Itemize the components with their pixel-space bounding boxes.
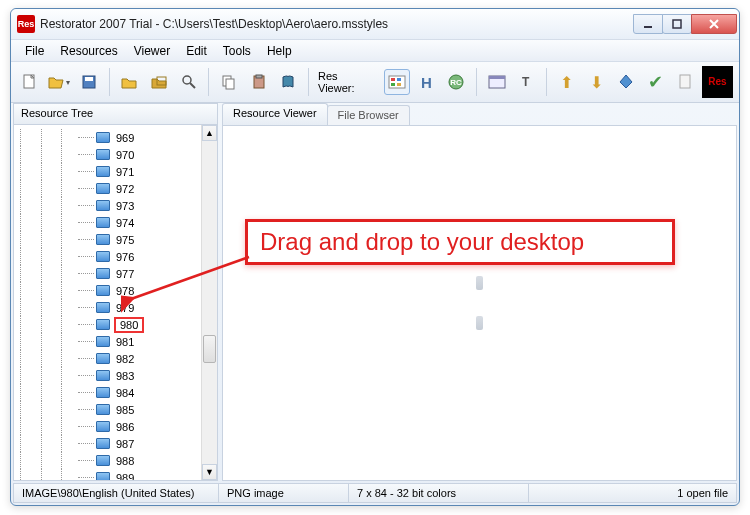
text-button[interactable]: T — [513, 69, 539, 95]
resource-icon — [96, 302, 110, 313]
book-button[interactable] — [275, 69, 301, 95]
tree-node-976[interactable]: 976 — [20, 248, 201, 265]
menu-file[interactable]: File — [17, 42, 52, 60]
rc-icon: RC — [447, 73, 465, 91]
tree-node-label: 970 — [114, 149, 136, 161]
menu-edit[interactable]: Edit — [178, 42, 215, 60]
document-icon — [678, 74, 692, 90]
tree-twig — [78, 452, 96, 469]
close-button[interactable] — [691, 14, 737, 34]
dialog-button[interactable] — [484, 69, 510, 95]
resource-viewer[interactable] — [222, 125, 737, 481]
tree-node-979[interactable]: 979 — [20, 299, 201, 316]
down-button[interactable]: ⬇ — [583, 69, 609, 95]
view-rc-button[interactable]: RC — [443, 69, 469, 95]
scroll-down-button[interactable]: ▼ — [202, 464, 217, 480]
new-button[interactable] — [17, 69, 43, 95]
tree-node-974[interactable]: 974 — [20, 214, 201, 231]
maximize-button[interactable] — [662, 14, 692, 34]
tree-lines — [20, 129, 78, 146]
tree-node-label: 982 — [114, 353, 136, 365]
tree-node-983[interactable]: 983 — [20, 367, 201, 384]
tree-node-980[interactable]: 980 — [20, 316, 201, 333]
resource-icon — [96, 183, 110, 194]
check-button[interactable]: ✔ — [643, 69, 669, 95]
resource-icon — [96, 166, 110, 177]
menubar: File Resources Viewer Edit Tools Help — [11, 39, 739, 61]
svg-text:T: T — [522, 75, 530, 89]
scroll-track[interactable] — [202, 141, 217, 464]
resource-tree-panel: Resource Tree 96997097197297397497597697… — [13, 103, 218, 481]
menu-resources[interactable]: Resources — [52, 42, 125, 60]
svg-rect-0 — [644, 26, 652, 28]
tree-node-977[interactable]: 977 — [20, 265, 201, 282]
tree-node-972[interactable]: 972 — [20, 180, 201, 197]
find-button[interactable] — [176, 69, 202, 95]
menu-viewer[interactable]: Viewer — [126, 42, 178, 60]
folder-button[interactable] — [117, 69, 143, 95]
tree-lines — [20, 367, 78, 384]
view-default-button[interactable] — [384, 69, 410, 95]
tree-node-987[interactable]: 987 — [20, 435, 201, 452]
tree-node-label: 974 — [114, 217, 136, 229]
text-icon: T — [518, 74, 534, 90]
menu-tools[interactable]: Tools — [215, 42, 259, 60]
resource-icon — [96, 319, 110, 330]
save-button[interactable] — [76, 69, 102, 95]
titlebar[interactable]: Res Restorator 2007 Trial - C:\Users\Tes… — [11, 9, 739, 39]
tree-node-986[interactable]: 986 — [20, 418, 201, 435]
status-type: PNG image — [219, 484, 349, 502]
app-window: Res Restorator 2007 Trial - C:\Users\Tes… — [10, 8, 740, 506]
tree-node-978[interactable]: 978 — [20, 282, 201, 299]
clipboard-icon — [251, 74, 267, 90]
tree-node-label: 979 — [114, 302, 136, 314]
open-button[interactable] — [47, 69, 73, 95]
scroll-thumb[interactable] — [203, 335, 216, 363]
view-hex-button[interactable]: H — [414, 69, 440, 95]
tree-node-969[interactable]: 969 — [20, 129, 201, 146]
paste-button[interactable] — [246, 69, 272, 95]
tree-twig — [78, 197, 96, 214]
resource-icon — [96, 438, 110, 449]
resource-tree[interactable]: 9699709719729739749759769779789799809819… — [14, 125, 201, 480]
resource-icon — [96, 370, 110, 381]
doc-button[interactable] — [672, 69, 698, 95]
tree-twig — [78, 146, 96, 163]
svg-rect-14 — [391, 83, 395, 86]
tree-twig — [78, 367, 96, 384]
resource-icon — [96, 472, 110, 480]
tree-node-988[interactable]: 988 — [20, 452, 201, 469]
tree-node-971[interactable]: 971 — [20, 163, 201, 180]
tree-node-982[interactable]: 982 — [20, 350, 201, 367]
tree-scrollbar[interactable]: ▲ ▼ — [201, 125, 217, 480]
dialog-icon — [488, 75, 506, 89]
tree-node-label: 989 — [114, 472, 136, 481]
tree-lines — [20, 231, 78, 248]
browse-button[interactable] — [146, 69, 172, 95]
tab-resource-viewer[interactable]: Resource Viewer — [222, 103, 328, 125]
tree-node-985[interactable]: 985 — [20, 401, 201, 418]
scroll-up-button[interactable]: ▲ — [202, 125, 217, 141]
up-button[interactable]: ⬆ — [554, 69, 580, 95]
tree-node-970[interactable]: 970 — [20, 146, 201, 163]
resource-icon — [96, 268, 110, 279]
tree-node-label: 969 — [114, 132, 136, 144]
tree-node-975[interactable]: 975 — [20, 231, 201, 248]
tree-node-989[interactable]: 989 — [20, 469, 201, 480]
tree-lines — [20, 452, 78, 469]
svg-rect-13 — [391, 78, 395, 81]
svg-line-7 — [190, 83, 195, 88]
new-file-icon — [22, 74, 38, 90]
book-icon — [280, 74, 296, 90]
copy-button[interactable] — [216, 69, 242, 95]
tree-node-973[interactable]: 973 — [20, 197, 201, 214]
tree-node-981[interactable]: 981 — [20, 333, 201, 350]
nav-button[interactable] — [613, 69, 639, 95]
minimize-button[interactable] — [633, 14, 663, 34]
tree-node-label: 987 — [114, 438, 136, 450]
menu-help[interactable]: Help — [259, 42, 300, 60]
tree-node-984[interactable]: 984 — [20, 384, 201, 401]
tab-file-browser[interactable]: File Browser — [327, 105, 410, 125]
tree-twig — [78, 384, 96, 401]
tree-node-label: 988 — [114, 455, 136, 467]
